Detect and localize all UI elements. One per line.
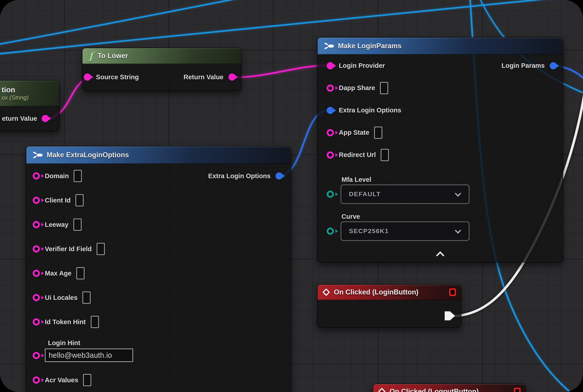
verifier-id-field-label: Verifier Id Field xyxy=(45,245,92,253)
mfa-level-pin[interactable] xyxy=(327,190,334,198)
source-string-label: Source String xyxy=(96,74,139,81)
login-provider-pin[interactable] xyxy=(327,62,334,70)
node-on-clicked-logout-button[interactable]: On Clicked (LogoutButton) xyxy=(373,384,526,392)
acr-values-value-box[interactable] xyxy=(83,374,91,386)
curve-dropdown[interactable]: SECP256K1 xyxy=(340,222,470,241)
ui-locales-value-box[interactable] xyxy=(82,292,90,304)
client-id-value-box[interactable] xyxy=(76,194,84,206)
make-struct-icon xyxy=(324,42,334,50)
login-params-output-row: Login Params xyxy=(502,54,557,77)
extra-options-output-label: Extra Login Options xyxy=(208,172,270,180)
make-extra-header[interactable]: Make ExtraLoginOptions xyxy=(26,146,291,164)
login-params-output-label: Login Params xyxy=(502,62,545,70)
max-age-value-box[interactable] xyxy=(76,267,84,279)
function-icon: ƒ xyxy=(89,50,93,62)
tolower-to-provider-wire xyxy=(232,65,327,78)
node-caller-function[interactable]: tion ox (String) eturn Value xyxy=(0,80,60,131)
canvas-wire-top-steep xyxy=(0,0,246,44)
node-on-clicked-login-button[interactable]: On Clicked (LoginButton) xyxy=(317,284,461,328)
max-age-pin[interactable] xyxy=(33,270,40,277)
curve-pin[interactable] xyxy=(327,228,334,235)
on-clicked-logout-title: On Clicked (LogoutButton) xyxy=(390,388,479,392)
mfa-level-value: DEFAULT xyxy=(349,190,381,198)
leeway-pin[interactable] xyxy=(33,221,40,228)
verifier-id-field-value-box[interactable] xyxy=(97,243,105,255)
client-id-pin[interactable] xyxy=(33,197,40,204)
return-value-out-pin[interactable] xyxy=(228,74,236,81)
blueprint-canvas[interactable]: tion ox (String) eturn Value ƒ To Lower … xyxy=(0,0,583,392)
dapp-share-pin[interactable] xyxy=(327,84,334,92)
extra-login-options-pin[interactable] xyxy=(327,107,334,114)
return-value-pin-label: eturn Value xyxy=(2,115,37,122)
id-token-hint-label: Id Token Hint xyxy=(45,318,86,326)
dapp-share-label: Dapp Share xyxy=(339,84,375,92)
client-id-label: Client Id xyxy=(45,197,70,204)
extra-options-output-pin[interactable] xyxy=(276,172,283,180)
domain-label: Domain xyxy=(45,172,69,180)
max-age-label: Max Age xyxy=(45,270,72,277)
mfa-level-label: Mfa Level xyxy=(342,174,563,184)
leeway-label: Leeway xyxy=(45,221,68,228)
app-state-pin[interactable] xyxy=(327,129,334,136)
node-caller-header[interactable]: tion ox (String) xyxy=(0,81,59,106)
on-clicked-logout-header[interactable]: On Clicked (LogoutButton) xyxy=(373,384,526,392)
make-extra-title: Make ExtraLoginOptions xyxy=(47,151,129,159)
verifier-id-field-pin[interactable] xyxy=(33,245,40,252)
ui-locales-pin[interactable] xyxy=(33,294,40,301)
acr-values-pin[interactable] xyxy=(33,376,40,384)
to-lower-header[interactable]: ƒ To Lower xyxy=(82,48,241,64)
node-make-extra-login-options[interactable]: Make ExtraLoginOptions Extra Login Optio… xyxy=(26,146,291,392)
make-login-params-title: Make LoginParams xyxy=(338,42,402,50)
delegate-pin-icon[interactable] xyxy=(449,288,456,296)
domain-pin[interactable] xyxy=(33,172,40,180)
acr-values-label: Acr Values xyxy=(45,376,78,384)
domain-value-box[interactable] xyxy=(74,170,82,182)
redirect-url-value-box[interactable] xyxy=(381,149,389,161)
exec-output-pin[interactable] xyxy=(445,311,455,320)
dapp-share-value-box[interactable] xyxy=(380,82,388,94)
login-hint-pin[interactable] xyxy=(33,352,40,359)
extra-options-output-row: Extra Login Options xyxy=(208,164,283,188)
event-diamond-icon xyxy=(378,388,386,392)
login-provider-label: Login Provider xyxy=(339,62,385,70)
source-string-pin[interactable] xyxy=(84,74,91,81)
chevron-down-icon xyxy=(455,190,461,197)
collapse-node-button[interactable] xyxy=(437,252,443,258)
return-value-label: Return Value xyxy=(184,74,224,81)
id-token-hint-pin[interactable] xyxy=(33,318,40,326)
login-hint-label: Login Hint xyxy=(48,339,133,347)
redirect-url-pin[interactable] xyxy=(327,152,334,158)
extra-login-options-label: Extra Login Options xyxy=(339,106,401,114)
chevron-up-icon xyxy=(436,252,444,260)
curve-label: Curve xyxy=(342,212,563,222)
node-make-login-params[interactable]: Make LoginParams Login Params Login Prov… xyxy=(317,37,563,262)
make-login-params-header[interactable]: Make LoginParams xyxy=(318,38,563,54)
redirect-url-label: Redirect Url xyxy=(339,151,376,158)
app-state-label: App State xyxy=(339,129,369,136)
mfa-level-dropdown[interactable]: DEFAULT xyxy=(340,184,470,204)
node-caller-subtitle: ox (String) xyxy=(2,94,28,101)
chevron-down-icon xyxy=(455,227,461,234)
on-clicked-login-header[interactable]: On Clicked (LoginButton) xyxy=(318,285,461,300)
ui-locales-label: Ui Locales xyxy=(45,294,78,302)
make-struct-icon xyxy=(33,151,43,159)
node-to-lower[interactable]: ƒ To Lower Source String Return Value xyxy=(82,48,242,91)
curve-value: SECP256K1 xyxy=(349,228,389,235)
leeway-value-box[interactable] xyxy=(74,218,82,231)
on-clicked-login-title: On Clicked (LoginButton) xyxy=(334,288,418,296)
node-caller-title: tion xyxy=(2,86,15,94)
to-lower-title: To Lower xyxy=(98,52,128,60)
app-state-value-box[interactable] xyxy=(374,126,382,139)
delegate-pin-icon[interactable] xyxy=(514,388,520,392)
id-token-hint-value-box[interactable] xyxy=(91,316,99,328)
event-diamond-icon xyxy=(322,288,330,296)
login-params-output-pin[interactable] xyxy=(550,62,557,70)
login-hint-input[interactable] xyxy=(45,348,133,362)
return-value-pin[interactable] xyxy=(42,115,49,122)
